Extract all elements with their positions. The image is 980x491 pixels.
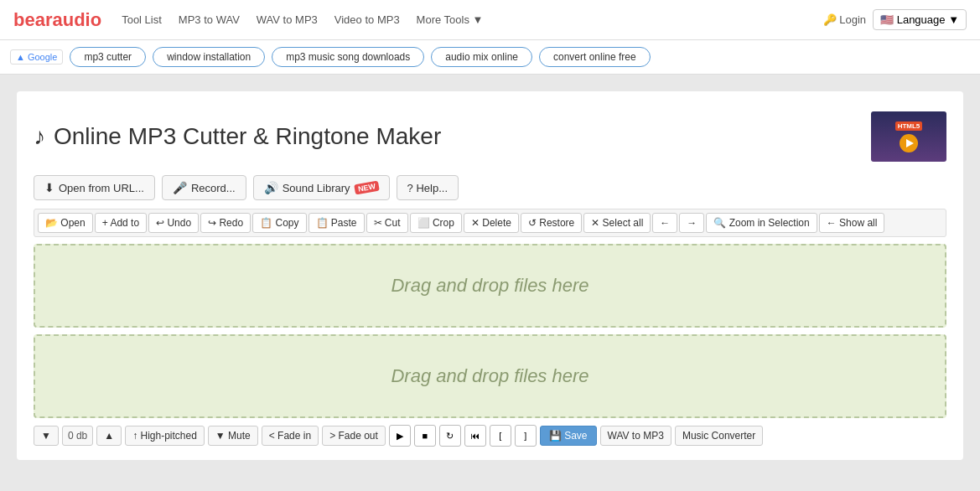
html5-badge: HTML5 [895, 121, 923, 131]
tb-open-button[interactable]: 📂 Open [38, 213, 93, 233]
play-button[interactable]: ▶ [389, 425, 411, 447]
logo[interactable]: bearaudio [13, 9, 101, 31]
title-row: ♪ Online MP3 Cutter & Ringtone Maker HTM… [34, 111, 946, 162]
open-url-label: Open from URL... [59, 182, 144, 194]
nav-link-more-tools[interactable]: More Tools ▼ [417, 13, 484, 26]
search-pill[interactable]: convert online free [539, 47, 651, 67]
bracket-open-button[interactable]: [ [490, 425, 511, 447]
tb-delete-button[interactable]: ✕ Delete [464, 213, 519, 233]
nav-link-tool-list[interactable]: Tool List [122, 13, 162, 26]
tb-zoom-button[interactable]: 🔍 Zoom in Selection [706, 213, 817, 233]
search-pill[interactable]: audio mix online [431, 47, 532, 67]
tool-title: ♪ Online MP3 Cutter & Ringtone Maker [34, 123, 441, 150]
tb-left-button[interactable]: ← [652, 213, 677, 233]
tb-paste-button[interactable]: 📋 Paste [309, 213, 365, 233]
tb-undo-button[interactable]: ↩ Undo [148, 213, 199, 233]
play-overlay [900, 134, 918, 152]
google-badge: ▲ Google [10, 49, 63, 65]
tb-add-button[interactable]: + Add to [95, 213, 147, 233]
tb-cut-button[interactable]: ✂ Cut [366, 213, 408, 233]
tb-crop-button[interactable]: ⬜ Crop [410, 213, 462, 233]
logo-bear: bear [13, 9, 52, 30]
fade-out-button[interactable]: > Fade out [322, 426, 386, 446]
navbar: bearaudio Tool ListMP3 to WAVWAV to MP3V… [0, 0, 980, 40]
help-label: ? Help... [407, 182, 448, 194]
mute-button[interactable]: ▼ Mute [208, 426, 258, 446]
tb-copy-button[interactable]: 📋 Copy [252, 213, 306, 233]
high-pitched-button[interactable]: ↑ High-pitched [125, 426, 205, 446]
logo-audio: audio [52, 9, 101, 30]
record-label: Record... [191, 182, 236, 194]
save-button[interactable]: 💾 Save [540, 426, 597, 446]
tb-show-all-button[interactable]: ← Show all [819, 213, 885, 233]
video-thumbnail[interactable]: HTML5 [871, 111, 946, 162]
open-url-icon: ⬇ [44, 181, 54, 194]
music-icon: ♪ [34, 123, 45, 150]
action-buttons: ⬇Open from URL...🎤Record...🔊Sound Librar… [34, 175, 946, 200]
open-url-button[interactable]: ⬇Open from URL... [34, 175, 155, 200]
help-button[interactable]: ? Help... [397, 175, 459, 200]
nav-link-wav-to-mp3[interactable]: WAV to MP3 [257, 13, 318, 26]
nav-right: 🔑 Login 🇺🇸 Language ▼ [823, 9, 967, 30]
record-button[interactable]: 🎤Record... [162, 175, 246, 200]
tb-select-all-button[interactable]: ✕ Select all [583, 213, 651, 233]
volume-up-button[interactable]: ▲ [96, 426, 122, 446]
skip-start-button[interactable]: ⏮ [464, 425, 486, 447]
drop-zone-1[interactable]: Drag and drop files here [34, 244, 946, 328]
tool-card: ♪ Online MP3 Cutter & Ringtone Maker HTM… [17, 91, 963, 460]
volume-down-button[interactable]: ▼ [34, 426, 59, 446]
loop-button[interactable]: ↻ [439, 425, 461, 447]
video-thumb-inner: HTML5 [871, 111, 946, 162]
sound-library-button[interactable]: 🔊Sound LibraryNEW [253, 175, 390, 200]
fade-in-button[interactable]: < Fade in [262, 426, 319, 446]
search-pill[interactable]: window installation [153, 47, 265, 67]
nav-links: Tool ListMP3 to WAVWAV to MP3Video to MP… [122, 13, 822, 26]
db-indicator: 0 db [62, 426, 93, 446]
language-button[interactable]: 🇺🇸 Language ▼ [873, 9, 967, 30]
search-pill[interactable]: mp3 music song downloads [272, 47, 424, 67]
tb-restore-button[interactable]: ↺ Restore [521, 213, 582, 233]
bottom-bar: ▼ 0 db ▲ ↑ High-pitched ▼ Mute < Fade in… [34, 425, 946, 447]
bracket-close-button[interactable]: ] [515, 425, 537, 447]
tb-right-button[interactable]: → [679, 213, 704, 233]
search-pill[interactable]: mp3 cutter [70, 47, 146, 67]
sound-library-icon: 🔊 [264, 181, 278, 194]
toolbar: 📂 Open+ Add to↩ Undo↪ Redo📋 Copy📋 Paste✂… [34, 209, 946, 237]
search-bar: ▲ Google mp3 cutterwindow installationmp… [0, 40, 980, 75]
sound-library-label: Sound Library [283, 182, 350, 194]
wav-to-mp3-button[interactable]: WAV to MP3 [600, 426, 671, 446]
nav-link-mp3-to-wav[interactable]: MP3 to WAV [179, 13, 240, 26]
new-badge: NEW [354, 181, 380, 195]
login-button[interactable]: 🔑 Login [823, 13, 866, 26]
tb-redo-button[interactable]: ↪ Redo [200, 213, 251, 233]
drop-zone-2[interactable]: Drag and drop files here [34, 334, 946, 418]
nav-link-video-to-mp3[interactable]: Video to MP3 [334, 13, 400, 26]
main-content: ♪ Online MP3 Cutter & Ringtone Maker HTM… [0, 75, 980, 477]
stop-button[interactable]: ■ [414, 425, 436, 447]
music-converter-button[interactable]: Music Converter [675, 426, 763, 446]
play-triangle-icon [906, 139, 914, 147]
record-icon: 🎤 [173, 181, 187, 194]
